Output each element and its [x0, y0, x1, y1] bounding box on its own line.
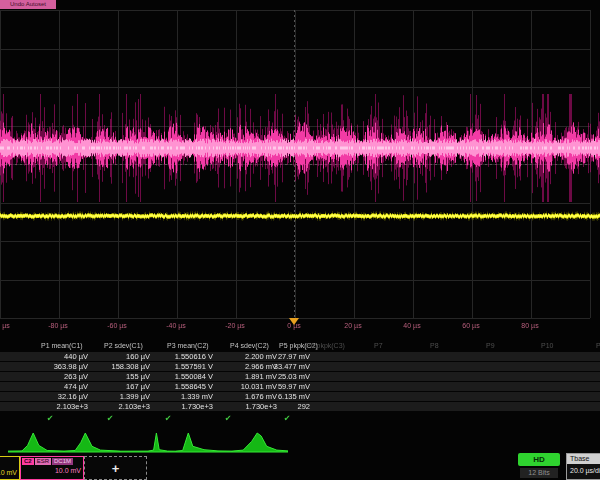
trigger-position-marker[interactable] — [289, 318, 299, 325]
oscilloscope-screen: Undo Autoset -100 µs-80 µs-60 µs-40 µs-2… — [0, 0, 600, 480]
table-cell: 33.477 mV — [248, 362, 310, 371]
timebase-descriptor[interactable]: Tbase 20.0 µs/div — [566, 453, 600, 480]
table-cell: 25.03 mV — [248, 372, 310, 381]
table-row: 474 µV167 µV1.558645 V10.031 mV59.97 mV — [0, 382, 600, 391]
table-cell: 2.103e+3 — [26, 402, 88, 411]
table-cell: 32.16 µV — [26, 392, 88, 401]
status-check-icon: ✔ — [284, 413, 291, 425]
time-axis-label: 80 µs — [521, 322, 538, 329]
measurement-table: P1 mean(C1)P2 sdev(C1)P3 mean(C2)P4 sdev… — [0, 341, 600, 425]
parameter-header-inactive[interactable]: P10 — [541, 342, 553, 349]
time-axis-label: -20 µs — [225, 322, 245, 329]
parameter-header[interactable]: P2 sdev(C1) — [104, 342, 143, 349]
time-axis-label: 40 µs — [403, 322, 420, 329]
parameter-histicon[interactable] — [176, 431, 232, 454]
table-row: 32.16 µV1.399 µV1.339 mV1.676 mV6.135 mV — [0, 392, 600, 401]
table-cell: 158.308 µV — [88, 362, 150, 371]
table-cell: 1.557591 V — [151, 362, 213, 371]
measurement-histicons — [0, 431, 600, 454]
hd-mode-badge[interactable]: HD — [518, 453, 560, 466]
c2-esr-badge: ESR — [35, 458, 51, 465]
table-cell: 6.135 mV — [248, 392, 310, 401]
c2-label-chip: C2 — [22, 458, 34, 465]
parameter-histicon[interactable] — [120, 431, 176, 454]
timebase-scale: 20.0 µs/div — [567, 464, 600, 477]
time-axis-label: -60 µs — [107, 322, 127, 329]
parameter-header-inactive[interactable]: P7 — [374, 342, 383, 349]
table-cell: 1.550616 V — [151, 352, 213, 361]
status-check-icon: ✔ — [107, 413, 114, 425]
table-cell: 1.399 µV — [88, 392, 150, 401]
c2-vertical-scale: 10.0 mV — [21, 465, 83, 474]
table-cell: 1.339 mV — [151, 392, 213, 401]
parameter-header-inactive[interactable]: P8 — [430, 342, 439, 349]
time-axis: -100 µs-80 µs-60 µs-40 µs-20 µs0 µs20 µs… — [0, 321, 600, 333]
parameter-histicon[interactable] — [8, 431, 64, 454]
table-row: 440 µV160 µV1.550616 V2.200 mV27.97 mV — [0, 352, 600, 361]
parameter-header[interactable]: P4 sdev(C2) — [230, 342, 269, 349]
table-cell: 59.97 mV — [248, 382, 310, 391]
table-cell: 27.97 mV — [248, 352, 310, 361]
time-axis-label: 20 µs — [344, 322, 361, 329]
parameter-header-inactive[interactable]: P6 pkpk(C3) — [306, 342, 345, 349]
parameter-header-inactive[interactable]: P9 — [486, 342, 495, 349]
undo-autoset-badge[interactable]: Undo Autoset — [0, 0, 56, 9]
table-cell: 292 — [248, 402, 310, 411]
waveform-grid-display[interactable] — [0, 0, 600, 335]
table-cell: 1.550084 V — [151, 372, 213, 381]
c1-vertical-scale: 10.0 mV — [0, 467, 19, 476]
time-axis-label: -100 µs — [0, 322, 10, 329]
table-row: 2.103e+32.103e+31.730e+31.730e+3292 — [0, 402, 600, 411]
parameter-histicon[interactable] — [232, 431, 288, 454]
table-cell: 1.730e+3 — [151, 402, 213, 411]
timebase-title: Tbase — [567, 454, 600, 464]
parameter-header[interactable]: P3 mean(C2) — [167, 342, 209, 349]
status-check-icon: ✔ — [47, 413, 54, 425]
table-cell: 263 µV — [26, 372, 88, 381]
parameter-histicon[interactable] — [64, 431, 120, 454]
time-axis-label: 60 µs — [462, 322, 479, 329]
table-cell: 440 µV — [26, 352, 88, 361]
plus-icon: + — [112, 461, 120, 476]
table-cell: 1.558645 V — [151, 382, 213, 391]
table-cell: 474 µV — [26, 382, 88, 391]
table-cell: 363.98 µV — [26, 362, 88, 371]
time-axis-label: -80 µs — [48, 322, 68, 329]
channel-c2-descriptor[interactable]: C2 ESR DC1M 10.0 mV — [20, 456, 84, 480]
table-row: 263 µV155 µV1.550084 V1.891 mV25.03 mV — [0, 372, 600, 381]
table-cell: 2.103e+3 — [88, 402, 150, 411]
table-row: 363.98 µV158.308 µV1.557591 V2.966 mV33.… — [0, 362, 600, 371]
parameter-header[interactable]: P1 mean(C1) — [41, 342, 83, 349]
table-cell: 155 µV — [88, 372, 150, 381]
status-check-icon: ✔ — [165, 413, 172, 425]
channel-c1-descriptor[interactable]: C1 DC1M 10.0 mV — [0, 456, 20, 480]
status-check-icon: ✔ — [225, 413, 232, 425]
add-trace-button[interactable]: + — [84, 456, 147, 480]
time-axis-label: -40 µs — [166, 322, 186, 329]
table-cell: 160 µV — [88, 352, 150, 361]
table-cell: 167 µV — [88, 382, 150, 391]
parameter-header-inactive[interactable]: P11 — [596, 342, 600, 349]
hd-bits-label: 12 Bits — [520, 468, 558, 478]
c2-coupling-chip: DC1M — [52, 458, 73, 465]
